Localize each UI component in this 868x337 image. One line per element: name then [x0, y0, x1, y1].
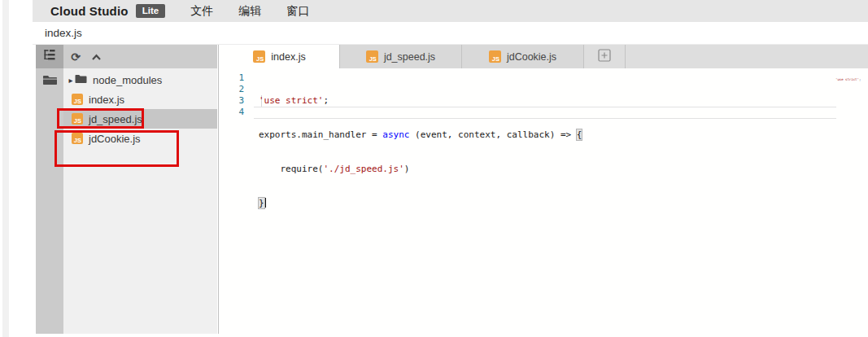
breadcrumb: index.js: [33, 22, 868, 45]
code-line: 'use strict';: [259, 95, 582, 107]
app-title: Cloud Studio: [50, 4, 129, 18]
line-number: 1: [220, 72, 244, 84]
tab-label: jdCookie.js: [507, 51, 556, 63]
refresh-icon[interactable]: ⟳: [69, 50, 82, 63]
js-file-icon: JS: [489, 50, 501, 63]
new-tab-button[interactable]: [583, 45, 626, 68]
tree-item-index-js[interactable]: JS index.js: [63, 90, 217, 109]
chevron-right-icon[interactable]: ▸: [67, 76, 75, 85]
text-cursor: [265, 198, 266, 208]
tree-item-label: jd_speed.js: [89, 113, 142, 125]
explorer-view-button[interactable]: [36, 45, 63, 68]
tree-item-label: jdCookie.js: [89, 133, 141, 145]
menu-window[interactable]: 窗口: [286, 4, 309, 19]
js-file-icon: JS: [253, 50, 265, 63]
breadcrumb-filename: index.js: [45, 27, 82, 39]
minimap[interactable]: 'use strict'; exports.main_handler = asy…: [835, 69, 868, 90]
tab-label: jd_speed.js: [384, 51, 435, 63]
file-explorer: ⟳ ▸ node_modules JS index.js: [63, 45, 217, 334]
list-tree-icon: [43, 49, 56, 64]
js-file-icon: JS: [72, 94, 83, 105]
code-line: }: [259, 198, 582, 209]
editor-tab-bar: JS index.js JS jd_speed.js JS jdCookie.j…: [220, 45, 868, 68]
file-tree: ▸ node_modules JS index.js JS jd_speed.j…: [63, 68, 217, 148]
explorer-toolbar: ⟳: [63, 45, 217, 68]
js-file-icon: JS: [72, 133, 83, 144]
menu-edit[interactable]: 编辑: [238, 4, 261, 19]
activity-bar: [36, 45, 63, 334]
code-line: require('./jd_speed.js'): [259, 164, 582, 175]
tab-label: index.js: [271, 51, 305, 63]
top-menu-bar: Cloud Studio Lite 文件 编辑 窗口: [33, 0, 868, 22]
menu-file[interactable]: 文件: [190, 4, 213, 19]
line-number: 2: [220, 84, 244, 95]
collapse-all-icon[interactable]: [89, 50, 103, 63]
files-view-button[interactable]: [36, 68, 63, 94]
tree-item-label: node_modules: [93, 74, 162, 86]
tree-item-jdcookie-js[interactable]: JS jdCookie.js: [63, 129, 217, 148]
js-file-icon: JS: [72, 113, 83, 125]
folder-icon: [42, 73, 58, 90]
line-number: 4: [220, 107, 244, 118]
folder-icon: [75, 73, 87, 86]
tab-index-js[interactable]: JS index.js: [220, 45, 339, 68]
tab-jd-speed-js[interactable]: JS jd_speed.js: [339, 45, 461, 68]
line-number: 3: [220, 95, 244, 107]
line-number-gutter: 1 2 3 4: [220, 72, 244, 118]
tree-item-node-modules[interactable]: ▸ node_modules: [63, 70, 217, 90]
code-editor[interactable]: 1 2 3 4 'use strict'; exports.main_handl…: [220, 68, 868, 337]
tree-item-jd-speed-js[interactable]: JS jd_speed.js: [63, 109, 217, 129]
code-content: 'use strict'; exports.main_handler = asy…: [259, 72, 582, 232]
code-line: exports.main_handler = async (event, con…: [259, 129, 582, 141]
lite-badge: Lite: [136, 4, 165, 18]
tab-jdcookie-js[interactable]: JS jdCookie.js: [461, 45, 583, 68]
tree-item-label: index.js: [89, 94, 124, 106]
add-tab-icon: [598, 49, 611, 65]
js-file-icon: JS: [366, 50, 378, 63]
left-scroll-track[interactable]: [2, 0, 9, 337]
panel-divider[interactable]: [218, 45, 219, 334]
